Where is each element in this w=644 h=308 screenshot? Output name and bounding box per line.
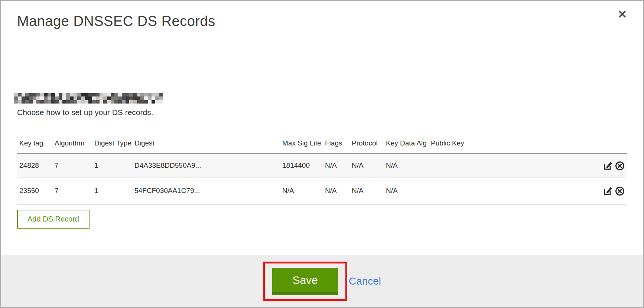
col-key-data-alg: Key Data Alg (384, 132, 429, 154)
edit-record-button[interactable] (602, 160, 614, 171)
cell-key-data-alg: N/A (384, 177, 429, 204)
edit-icon (602, 185, 614, 196)
table-header-row: Key tag Algorithm Digest Type Digest Max… (17, 132, 627, 154)
cell-flags: N/A (323, 177, 349, 204)
annotation-highlight-rectangle: Save (263, 262, 347, 301)
cell-digest: 54FCF030AA1C79... (132, 177, 280, 204)
col-actions (592, 132, 627, 154)
col-algorithm: Algorithm (52, 132, 92, 154)
col-protocol: Protocol (349, 132, 384, 154)
cell-key-tag: 23550 (17, 177, 52, 204)
cell-digest-type: 1 (92, 154, 132, 177)
cell-digest-type: 1 (92, 177, 132, 204)
manage-dnssec-modal: Manage DNSSEC DS Records ✕ Choose how to… (0, 0, 644, 308)
ds-records-table-wrap: Key tag Algorithm Digest Type Digest Max… (17, 132, 627, 204)
row-actions (592, 154, 627, 177)
add-ds-record-button[interactable]: Add DS Record (17, 210, 90, 229)
cell-max-sig-life: N/A (280, 177, 323, 204)
cell-protocol: N/A (349, 154, 384, 177)
col-public-key: Public Key (429, 132, 592, 154)
col-key-tag: Key tag (17, 132, 52, 154)
cancel-link[interactable]: Cancel (349, 275, 381, 287)
row-actions (592, 177, 627, 204)
cell-public-key (429, 177, 592, 204)
table-row: 24828 7 1 D4A33E8DD550A9... 1814400 N/A … (17, 154, 627, 177)
cell-flags: N/A (323, 154, 349, 177)
edit-record-button[interactable] (602, 185, 614, 196)
close-icon[interactable]: ✕ (618, 9, 627, 20)
table-row: 23550 7 1 54FCF030AA1C79... N/A N/A N/A … (17, 177, 627, 204)
instruction-text: Choose how to set up your DS records. (17, 108, 627, 117)
modal-footer: Save Cancel (1, 255, 643, 307)
col-flags: Flags (323, 132, 349, 154)
cell-algorithm: 7 (52, 154, 92, 177)
page-title: Manage DNSSEC DS Records (17, 13, 621, 29)
cell-max-sig-life: 1814400 (280, 154, 323, 177)
cell-protocol: N/A (349, 177, 384, 204)
delete-icon (614, 160, 625, 171)
cell-key-data-alg: N/A (384, 154, 429, 177)
cell-digest: D4A33E8DD550A9... (132, 154, 280, 177)
delete-icon (614, 185, 625, 196)
cell-public-key (429, 154, 592, 177)
col-digest: Digest (132, 132, 280, 154)
edit-icon (602, 160, 614, 171)
cell-key-tag: 24828 (17, 154, 52, 177)
save-button[interactable]: Save (272, 268, 338, 295)
col-digest-type: Digest Type (92, 132, 132, 154)
col-max-sig-life: Max Sig Life (280, 132, 323, 154)
delete-record-button[interactable] (614, 160, 625, 171)
delete-record-button[interactable] (614, 185, 625, 196)
ds-records-table: Key tag Algorithm Digest Type Digest Max… (17, 132, 627, 204)
domain-name-redacted (14, 93, 163, 104)
cell-algorithm: 7 (52, 177, 92, 204)
